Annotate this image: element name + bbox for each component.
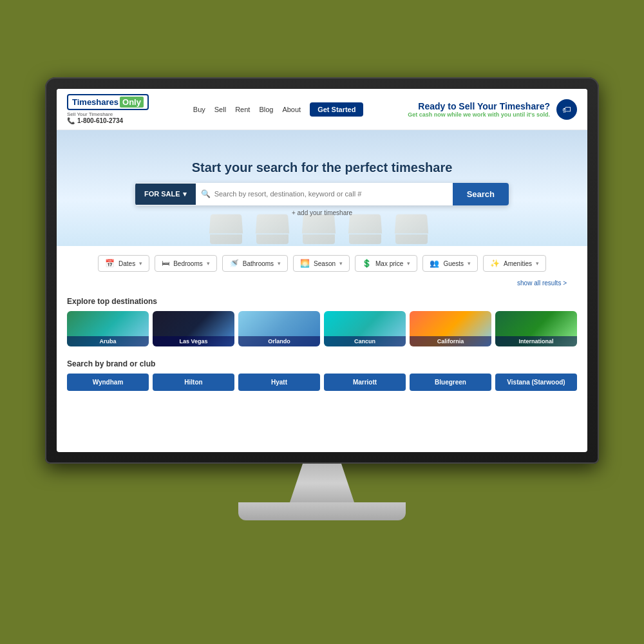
nav-buy[interactable]: Buy xyxy=(193,106,205,113)
dates-icon: 📅 xyxy=(105,259,115,268)
price-icon: 💲 xyxy=(362,259,372,268)
filter-bathrooms-label: Bathrooms xyxy=(243,260,274,267)
dest-orlando-label: Orlando xyxy=(238,336,320,346)
monitor-body: Timeshares Only Sell Your Timeshare 📞 1-… xyxy=(45,77,599,464)
destinations-title: Explore top destinations xyxy=(67,297,577,306)
filter-amenities[interactable]: ✨ Amenities ▾ xyxy=(483,255,546,272)
bathrooms-arrow: ▾ xyxy=(278,260,281,267)
chair-seat xyxy=(210,234,242,244)
sell-promo-title: Ready to Sell Your Timeshare? xyxy=(408,101,550,111)
brand-vistana[interactable]: Vistana (Starwood) xyxy=(495,374,577,391)
destinations-grid: Aruba Las Vegas Orlando Cancun Californi… xyxy=(67,311,577,346)
beach-chair-1 xyxy=(210,214,249,240)
bedrooms-arrow: ▾ xyxy=(207,260,210,267)
nav-blog[interactable]: Blog xyxy=(259,106,273,113)
search-input[interactable] xyxy=(214,190,448,198)
amenities-icon: ✨ xyxy=(490,259,500,268)
brand-marriott[interactable]: Marriott xyxy=(324,374,406,391)
site-header: Timeshares Only Sell Your Timeshare 📞 1-… xyxy=(57,89,587,130)
nav-rent[interactable]: Rent xyxy=(235,106,250,113)
chair-back xyxy=(209,214,243,234)
screen: Timeshares Only Sell Your Timeshare 📞 1-… xyxy=(57,89,587,452)
filter-dates-label: Dates xyxy=(118,260,135,267)
monitor-stand-base xyxy=(238,502,406,520)
chair-back xyxy=(395,214,428,234)
phone-icon: 📞 xyxy=(67,117,75,124)
nav-about[interactable]: About xyxy=(282,106,301,113)
brands-grid: Wyndham Hilton Hyatt Marriott Bluegreen … xyxy=(67,374,577,391)
phone-number: 1-800-610-2734 xyxy=(77,117,123,124)
chair-seat xyxy=(256,234,289,244)
dest-international-label: International xyxy=(495,336,577,346)
sell-promo-rest: while we work with you until it's sold. xyxy=(446,111,550,118)
hero-section: Start your search for the perfect timesh… xyxy=(57,130,587,246)
dest-lasvegas[interactable]: Las Vegas xyxy=(153,311,234,346)
dest-cancun[interactable]: Cancun xyxy=(324,311,406,346)
search-input-area: 🔍 xyxy=(196,189,453,198)
for-sale-arrow: ▾ xyxy=(183,190,187,198)
dest-cancun-label: Cancun xyxy=(324,336,406,346)
destinations-section: Explore top destinations Aruba Las Vegas… xyxy=(57,290,587,353)
filter-amenities-label: Amenities xyxy=(504,260,532,267)
brand-bluegreen[interactable]: Bluegreen xyxy=(410,374,491,391)
header-right: Ready to Sell Your Timeshare? Get cash n… xyxy=(408,99,577,120)
dest-aruba-label: Aruba xyxy=(67,336,149,346)
filter-season-label: Season xyxy=(314,260,336,267)
beach-chair-3 xyxy=(303,214,341,240)
dest-orlando[interactable]: Orlando xyxy=(238,311,320,346)
get-started-button[interactable]: Get Started xyxy=(310,102,363,117)
bathrooms-icon: 🚿 xyxy=(229,259,239,268)
nav-sell[interactable]: Sell xyxy=(214,106,226,113)
brands-title: Search by brand or club xyxy=(67,359,577,368)
beach-chair-4 xyxy=(349,214,388,240)
add-timeshare-link[interactable]: + add your timeshare xyxy=(292,209,352,216)
dest-california[interactable]: California xyxy=(410,311,491,346)
chair-back xyxy=(348,214,382,234)
chair-seat xyxy=(303,234,335,244)
filter-bathrooms[interactable]: 🚿 Bathrooms ▾ xyxy=(222,255,288,272)
filter-dates[interactable]: 📅 Dates ▾ xyxy=(98,255,149,272)
hero-content: Start your search for the perfect timesh… xyxy=(192,160,453,175)
dest-aruba[interactable]: Aruba xyxy=(67,311,149,346)
filter-bar: 📅 Dates ▾ 🛏 Bedrooms ▾ 🚿 Bathrooms ▾ 🌅 S… xyxy=(57,246,587,290)
filter-guests[interactable]: 👥 Guests ▾ xyxy=(422,255,478,272)
beach-chair-5 xyxy=(395,214,434,240)
dest-international[interactable]: International xyxy=(495,311,577,346)
filter-maxprice[interactable]: 💲 Max price ▾ xyxy=(355,255,417,272)
season-icon: 🌅 xyxy=(300,259,310,268)
filter-bedrooms-label: Bedrooms xyxy=(173,260,203,267)
logo-timeshares-text: Timeshares xyxy=(72,97,118,107)
search-bar: FOR SALE ▾ 🔍 Search xyxy=(135,183,509,205)
sell-promo-subtitle: Get cash now while we work with you unti… xyxy=(408,111,550,118)
logo-phone: 📞 1-800-610-2734 xyxy=(67,117,123,124)
for-sale-button[interactable]: FOR SALE ▾ xyxy=(135,184,196,205)
show-all-link[interactable]: show all results > xyxy=(67,279,577,287)
filter-guests-label: Guests xyxy=(443,260,464,267)
monitor-stand-neck xyxy=(290,464,354,502)
chair-back xyxy=(302,214,336,234)
monitor-wrapper: Timeshares Only Sell Your Timeshare 📞 1-… xyxy=(45,77,599,541)
for-sale-label: FOR SALE xyxy=(144,190,180,198)
filter-season[interactable]: 🌅 Season ▾ xyxy=(293,255,350,272)
brand-wyndham[interactable]: Wyndham xyxy=(67,374,149,391)
sell-promo-cash: Get cash now xyxy=(408,111,446,118)
dest-california-label: California xyxy=(410,336,491,346)
brands-section: Search by brand or club Wyndham Hilton H… xyxy=(57,353,587,397)
logo-box: Timeshares Only xyxy=(67,94,149,110)
filter-maxprice-label: Max price xyxy=(375,260,403,267)
search-button[interactable]: Search xyxy=(453,183,509,205)
dates-arrow: ▾ xyxy=(139,260,142,267)
tag-icon: 🏷 xyxy=(556,99,577,120)
chair-back xyxy=(256,214,289,234)
nav-links: Buy Sell Rent Blog About Get Started xyxy=(193,102,364,117)
brand-hilton[interactable]: Hilton xyxy=(153,374,234,391)
logo-tagline: Sell Your Timeshare xyxy=(67,111,113,117)
sell-promo: Ready to Sell Your Timeshare? Get cash n… xyxy=(408,101,550,118)
brand-hyatt[interactable]: Hyatt xyxy=(238,374,320,391)
chair-seat xyxy=(395,234,428,244)
bedrooms-icon: 🛏 xyxy=(162,259,169,268)
filter-bedrooms[interactable]: 🛏 Bedrooms ▾ xyxy=(155,255,217,272)
logo-section: Timeshares Only Sell Your Timeshare 📞 1-… xyxy=(67,94,149,124)
logo-only-text: Only xyxy=(120,97,144,108)
hero-title: Start your search for the perfect timesh… xyxy=(192,160,453,175)
